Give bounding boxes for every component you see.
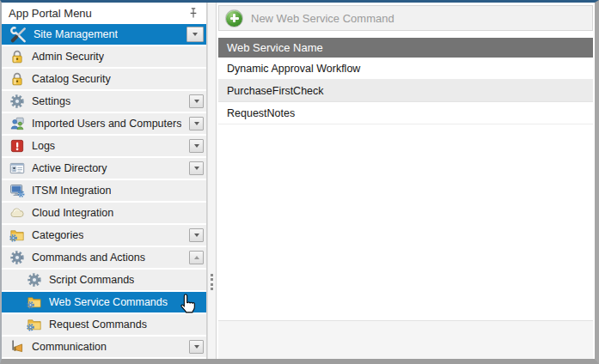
sidebar-item-imported-users-and-computers[interactable]: Imported Users and Computers	[2, 113, 206, 134]
sidebar-item-label: Cloud Integration	[32, 207, 113, 219]
sidebar-item-label: Imported Users and Computers	[32, 118, 181, 130]
sidebar-item-itsm-integration[interactable]: ITSM Integration	[2, 180, 206, 201]
sidebar-item-communication[interactable]: Communication	[2, 337, 206, 357]
grid-column-header[interactable]: Web Service Name	[218, 38, 593, 58]
sidebar-title: App Portal Menu	[9, 7, 92, 20]
folder-gear-icon	[27, 294, 42, 310]
sidebar-item-active-directory[interactable]: Active Directory	[2, 158, 206, 179]
sidebar-item-label: Request Commands	[49, 318, 147, 331]
chevron-down-button[interactable]	[189, 117, 204, 130]
pin-icon[interactable]	[188, 8, 199, 19]
pane-splitter[interactable]	[207, 3, 217, 359]
cloud-icon	[9, 205, 25, 221]
tools-icon	[9, 26, 28, 44]
sidebar-item-label: Active Directory	[32, 162, 107, 174]
table-row[interactable]: Dynamic Approval Workflow	[218, 58, 593, 80]
add-icon	[225, 9, 243, 27]
gear-icon	[9, 94, 25, 109]
sidebar-item-script-commands[interactable]: Script Commands	[2, 270, 206, 290]
sidebar-item-settings[interactable]: Settings	[2, 91, 206, 112]
sidebar-item-label: Commands and Actions	[32, 252, 145, 264]
chevron-down-button[interactable]	[189, 139, 204, 153]
sidebar-item-label: Catalog Security	[32, 73, 111, 85]
sidebar-item-cloud-integration[interactable]: Cloud Integration	[2, 203, 206, 223]
splitter-grip-icon	[211, 274, 213, 293]
gear-icon	[27, 272, 42, 288]
chevron-down-button[interactable]	[186, 27, 204, 42]
gear-icon	[9, 250, 25, 265]
sidebar-item-categories[interactable]: Categories	[2, 225, 206, 246]
chevron-down-button[interactable]	[189, 340, 204, 354]
sidebar-item-commands-and-actions[interactable]: Commands and Actions	[2, 247, 206, 268]
sidebar-item-admin-security[interactable]: Admin Security	[2, 46, 206, 67]
table-row[interactable]: PurchaseFirstCheck	[218, 80, 593, 102]
web-service-name-cell: RequestNotes	[227, 107, 295, 119]
new-command-label: New Web Service Command	[251, 12, 394, 25]
sidebar-header: App Portal Menu	[2, 3, 206, 24]
sidebar: App Portal Menu Site Management Admin Se…	[2, 3, 207, 359]
lock-icon	[9, 71, 25, 87]
alert-icon	[9, 138, 25, 154]
megaphone-icon	[9, 339, 25, 355]
folder-gear-icon	[27, 317, 42, 332]
sidebar-item-request-commands[interactable]: Request Commands	[2, 314, 206, 335]
sidebar-item-label: Admin Security	[32, 51, 104, 63]
web-service-name-cell: Dynamic Approval Workflow	[227, 63, 360, 75]
sidebar-item-site-management[interactable]: Site Management	[2, 24, 206, 45]
monitor-gear-icon	[9, 183, 25, 198]
sidebar-item-label: Web Service Commands	[49, 296, 168, 308]
chevron-down-button[interactable]	[189, 94, 204, 108]
sidebar-item-label: Script Commands	[49, 274, 134, 286]
grid-empty-area	[218, 124, 593, 320]
sidebar-item-label: Categories	[32, 229, 83, 241]
folder-gear-icon	[9, 228, 25, 243]
web-service-name-cell: PurchaseFirstCheck	[227, 85, 324, 97]
lock-icon	[9, 49, 25, 64]
chevron-up-button[interactable]	[189, 251, 204, 264]
chevron-down-button[interactable]	[189, 161, 204, 175]
sidebar-menu: Site Management Admin Security Catalog S…	[2, 24, 206, 359]
users-icon	[9, 116, 25, 131]
main-panel: New Web Service Command Web Service Name…	[217, 3, 595, 359]
column-header-label: Web Service Name	[227, 41, 323, 54]
table-row[interactable]: RequestNotes	[218, 102, 593, 124]
new-web-service-command-button[interactable]: New Web Service Command	[218, 5, 593, 31]
sidebar-item-label: ITSM Integration	[32, 185, 111, 197]
app-window: App Portal Menu Site Management Admin Se…	[0, 0, 599, 364]
sidebar-item-web-service-commands[interactable]: Web Service Commands	[2, 292, 206, 312]
sidebar-item-label: Site Management	[34, 28, 118, 40]
sidebar-item-label: Settings	[32, 95, 70, 107]
contact-card-icon	[9, 161, 25, 176]
grid-footer	[218, 320, 593, 359]
sidebar-item-label: Logs	[32, 140, 55, 152]
chevron-down-button[interactable]	[189, 228, 204, 242]
sidebar-item-logs[interactable]: Logs	[2, 136, 206, 156]
sidebar-item-label: Communication	[32, 341, 107, 353]
sidebar-item-catalog-security[interactable]: Catalog Security	[2, 69, 206, 89]
